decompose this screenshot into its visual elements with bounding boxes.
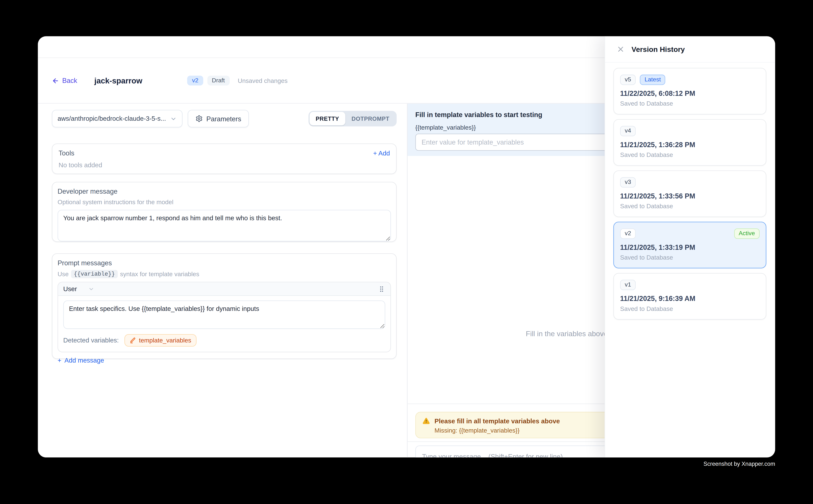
warning-title: Please fill in all template variables ab… (435, 417, 560, 424)
version-history-panel: Version History v5 Latest 11/22/2025, 6:… (604, 36, 775, 457)
prompt-messages-label: Prompt messages (57, 259, 391, 267)
version-timestamp: 11/21/2025, 1:33:56 PM (620, 192, 760, 200)
message-block: User Enter task specifics. Use {{templat… (57, 282, 391, 352)
version-card-v1[interactable]: v1 11/21/2025, 9:16:39 AM Saved to Datab… (614, 273, 766, 320)
variable-code-chip: {{variable}} (71, 270, 117, 278)
parameters-button[interactable]: Parameters (188, 110, 249, 127)
developer-message-card: Developer message Optional system instru… (52, 182, 397, 242)
toggle-dotprompt[interactable]: DOTPROMPT (345, 112, 396, 125)
version-card-v4[interactable]: v4 11/21/2025, 1:36:28 PM Saved to Datab… (614, 119, 766, 166)
version-timestamp: 11/21/2025, 9:16:39 AM (620, 294, 760, 302)
tools-card: Tools + Add No tools added (52, 143, 397, 174)
version-card-v5[interactable]: v5 Latest 11/22/2025, 6:08:12 PM Saved t… (614, 68, 766, 115)
chevron-down-icon (170, 115, 176, 122)
drag-handle-icon[interactable] (378, 285, 385, 293)
version-list: v5 Latest 11/22/2025, 6:08:12 PM Saved t… (614, 68, 766, 324)
version-card-v2[interactable]: v2 Active 11/21/2025, 1:33:19 PM Saved t… (614, 222, 766, 268)
back-button[interactable]: Back (52, 77, 77, 84)
developer-message-hint: Optional system instructions for the mod… (57, 198, 391, 206)
pencil-icon (130, 337, 136, 344)
close-icon[interactable] (617, 45, 625, 53)
version-storage: Saved to Database (620, 202, 760, 210)
version-storage: Saved to Database (620, 254, 760, 261)
screenshot-stage: Back jack-sparrow v2 Draft Unsaved chang… (0, 0, 813, 504)
prompt-message-input[interactable]: Enter task specifics. Use {{template_var… (63, 301, 385, 329)
version-badge: v2 (187, 76, 203, 86)
format-toggle: PRETTY DOTPROMPT (308, 111, 397, 126)
version-history-title: Version History (632, 45, 685, 53)
parameters-label: Parameters (207, 115, 241, 123)
add-message-label: Add message (64, 357, 104, 364)
message-header: User (58, 282, 390, 296)
warning-icon (422, 417, 430, 425)
version-timestamp: 11/21/2025, 1:33:19 PM (620, 243, 760, 251)
role-select[interactable]: User (63, 285, 95, 292)
prompt-editor-column: aws/anthropic/bedrock-claude-3-5-s... Pa… (38, 104, 407, 457)
hint-prefix: Use (57, 270, 68, 278)
hint-suffix: syntax for template variables (120, 270, 199, 278)
app-window: Back jack-sparrow v2 Draft Unsaved chang… (38, 36, 775, 457)
plus-icon: + (57, 357, 61, 364)
detected-variables-label: Detected variables: (63, 337, 119, 344)
latest-badge: Latest (640, 75, 665, 85)
add-tool-label: Add (378, 150, 390, 157)
page-title: jack-sparrow (94, 76, 142, 85)
version-number-badge: v1 (620, 280, 636, 290)
version-number-badge: v5 (620, 75, 636, 85)
add-message-button[interactable]: + Add message (57, 357, 391, 364)
version-card-v3[interactable]: v3 11/21/2025, 1:33:56 PM Saved to Datab… (614, 170, 766, 217)
back-label: Back (62, 77, 77, 84)
model-select[interactable]: aws/anthropic/bedrock-claude-3-5-s... (52, 110, 182, 127)
variable-syntax-hint: Use {{variable}} syntax for template var… (57, 270, 391, 278)
tools-empty-text: No tools added (59, 162, 390, 169)
unsaved-changes-label: Unsaved changes (238, 77, 288, 84)
detected-variable-name: template_variables (139, 337, 191, 344)
version-number-badge: v4 (620, 126, 636, 136)
version-number-badge: v2 (620, 228, 636, 239)
chevron-down-icon (88, 286, 95, 292)
detected-variable-chip[interactable]: template_variables (124, 334, 196, 347)
version-history-header: Version History (605, 36, 775, 63)
add-tool-button[interactable]: + Add (373, 150, 390, 157)
version-storage: Saved to Database (620, 100, 760, 107)
model-select-value: aws/anthropic/bedrock-claude-3-5-s... (57, 115, 167, 122)
detected-variables-row: Detected variables: template_variables (63, 334, 385, 348)
version-timestamp: 11/22/2025, 6:08:12 PM (620, 89, 760, 97)
developer-message-input[interactable]: You are jack sparrow number 1, respond a… (57, 210, 391, 241)
version-storage: Saved to Database (620, 305, 760, 312)
arrow-left-icon (52, 77, 59, 84)
model-row: aws/anthropic/bedrock-claude-3-5-s... Pa… (52, 110, 397, 127)
version-timestamp: 11/21/2025, 1:36:28 PM (620, 141, 760, 148)
draft-badge: Draft (207, 76, 229, 86)
gear-icon (195, 115, 203, 122)
plus-icon: + (373, 150, 377, 157)
message-body: Enter task specifics. Use {{template_var… (58, 296, 390, 352)
prompt-messages-card: Prompt messages Use {{variable}} syntax … (52, 253, 397, 359)
developer-message-label: Developer message (57, 188, 391, 195)
toggle-pretty[interactable]: PRETTY (310, 112, 345, 125)
tools-label: Tools (59, 149, 74, 157)
version-storage: Saved to Database (620, 151, 760, 158)
xnapper-credit: Screenshot by Xnapper.com (704, 461, 775, 467)
version-number-badge: v3 (620, 177, 636, 187)
role-select-value: User (63, 285, 77, 292)
active-badge: Active (734, 228, 760, 239)
